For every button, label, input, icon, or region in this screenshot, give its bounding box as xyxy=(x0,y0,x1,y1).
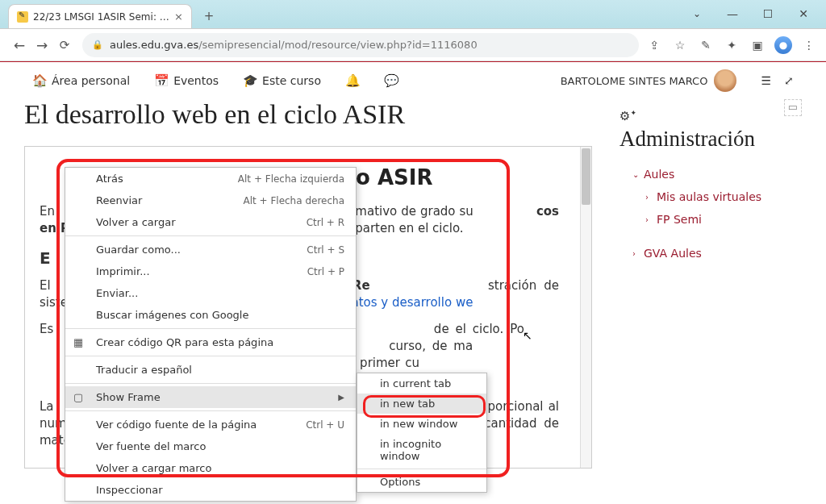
ctx-separator xyxy=(65,328,356,329)
window-titlebar: 22/23 LMSGI 1ASIR Semi: El desa × + ⌄ — … xyxy=(0,0,826,29)
panel-icon[interactable]: ▣ xyxy=(749,39,766,52)
ctx-separator xyxy=(65,235,356,236)
new-tab-button[interactable]: + xyxy=(198,6,219,27)
sub-new-tab[interactable]: in new tab xyxy=(357,394,486,414)
ctx-inspect[interactable]: Inspeccionar xyxy=(65,479,356,501)
sub-new-window[interactable]: in new window xyxy=(357,414,486,434)
url-input[interactable]: 🔒 aules.edu.gva.es/semipresencial/mod/re… xyxy=(82,33,639,57)
forward-button[interactable]: → xyxy=(31,34,53,56)
nav-label: Eventos xyxy=(173,74,219,87)
share-icon[interactable]: ⇪ xyxy=(645,39,663,52)
block-collapse-icon[interactable]: ▭ xyxy=(784,99,802,116)
nav-area-personal[interactable]: 🏠Área personal xyxy=(32,73,130,88)
ctx-reload[interactable]: Volver a cargarCtrl + R xyxy=(65,211,356,233)
sub-current-tab[interactable]: in current tab xyxy=(357,373,486,394)
address-bar: ← → ⟳ 🔒 aules.edu.gva.es/semipresencial/… xyxy=(0,29,826,61)
ctx-view-source[interactable]: Ver código fuente de la páginaCtrl + U xyxy=(65,414,356,435)
browser-tab[interactable]: 22/23 LMSGI 1ASIR Semi: El desa × xyxy=(8,4,192,28)
menu-icon[interactable]: ⋮ xyxy=(800,39,818,52)
tab-favicon xyxy=(17,11,28,23)
minimize-button[interactable]: — xyxy=(720,7,745,20)
bell-icon: 🔔 xyxy=(345,73,360,88)
dashboard-icon: 🏠 xyxy=(32,73,47,88)
nav-eventos[interactable]: 📅Eventos xyxy=(154,73,219,88)
ctx-forward[interactable]: ReenviarAlt + Flecha derecha xyxy=(65,190,356,211)
tree-mis-aulas[interactable]: ›Mis aulas virtuales xyxy=(620,185,799,208)
ctx-separator xyxy=(357,469,486,469)
bookmark-star-icon[interactable]: ☆ xyxy=(671,39,689,52)
ctx-translate[interactable]: Traducir a español xyxy=(65,359,356,381)
tree-gva-aules[interactable]: ›GVA Aules xyxy=(620,242,799,264)
chevron-down-icon[interactable]: ⌄ xyxy=(684,8,710,19)
frame-icon: ▢ xyxy=(73,391,83,403)
user-avatar[interactable] xyxy=(714,69,736,92)
tab-title: 22/23 LMSGI 1ASIR Semi: El desa xyxy=(33,11,169,23)
url-path: /semipresencial/mod/resource/view.php?id… xyxy=(198,39,478,51)
fullscreen-toggle-icon[interactable]: ⤢ xyxy=(784,74,794,87)
url-host: aules.edu.gva.es xyxy=(110,39,198,51)
course-icon: 🎓 xyxy=(243,73,257,88)
tab-close-button[interactable]: × xyxy=(174,10,183,23)
tree-aules[interactable]: ⌄Aules xyxy=(620,163,799,185)
ctx-search-images[interactable]: Buscar imágenes con Google xyxy=(65,304,356,326)
caret-right-icon: › xyxy=(632,249,639,258)
tree-fp-semi[interactable]: ›FP Semi xyxy=(620,208,799,231)
context-menu: AtrásAlt + Flecha izquierda ReenviarAlt … xyxy=(65,167,357,502)
edit-blocks-icon[interactable]: ☰ xyxy=(761,74,771,87)
ctx-separator xyxy=(65,410,356,411)
sidebar-title: Administración xyxy=(620,127,799,152)
ctx-back[interactable]: AtrásAlt + Flecha izquierda xyxy=(65,168,356,190)
qr-icon: ▦ xyxy=(73,336,83,348)
back-button[interactable]: ← xyxy=(8,34,31,56)
eyedropper-icon[interactable]: ✎ xyxy=(697,39,715,52)
profile-avatar-icon[interactable]: ● xyxy=(774,36,792,54)
address-icons: ⇪ ☆ ✎ ✦ ▣ ● ⋮ xyxy=(645,36,818,54)
user-name[interactable]: BARTOLOME SINTES MARCO xyxy=(561,75,708,87)
iframe-scrollbar[interactable] xyxy=(580,147,591,468)
nav-este-curso[interactable]: 🎓Este curso xyxy=(243,73,321,88)
ctx-view-frame-source[interactable]: Ver fuente del marco xyxy=(65,435,356,457)
caret-right-icon: › xyxy=(645,215,652,224)
ctx-create-qr[interactable]: ▦Crear código QR para esta página xyxy=(65,331,356,353)
sub-incognito[interactable]: in incognito window xyxy=(357,434,486,466)
context-submenu: in current tab in new tab in new window … xyxy=(357,373,487,493)
nav-label: Este curso xyxy=(262,74,321,87)
ctx-reload-frame[interactable]: Volver a cargar marco xyxy=(65,457,356,479)
moodle-navbar: 🏠Área personal 📅Eventos 🎓Este curso 🔔 💬 … xyxy=(0,62,826,99)
submenu-arrow-icon: ▶ xyxy=(338,393,344,402)
nav-label: Área personal xyxy=(52,74,130,87)
nav-notifications[interactable]: 🔔 xyxy=(345,73,360,88)
nav-messages[interactable]: 💬 xyxy=(384,73,398,88)
calendar-icon: 📅 xyxy=(154,73,169,88)
chat-icon: 💬 xyxy=(384,73,398,88)
close-button[interactable]: ✕ xyxy=(791,7,816,20)
window-controls: ⌄ — ☐ ✕ xyxy=(674,0,826,28)
caret-right-icon: › xyxy=(645,193,652,202)
ctx-send[interactable]: Enviar... xyxy=(65,282,356,304)
ctx-print[interactable]: Imprimir...Ctrl + P xyxy=(65,260,356,282)
ctx-separator xyxy=(65,356,356,356)
tab-strip: 22/23 LMSGI 1ASIR Semi: El desa × + xyxy=(0,1,674,28)
ctx-separator xyxy=(65,383,356,384)
extensions-icon[interactable]: ✦ xyxy=(723,39,740,52)
sidebar-block-admin: ▭ ⚙✦ Administración ⌄Aules ›Mis aulas vi… xyxy=(616,102,802,271)
ctx-show-frame[interactable]: ▢Show Frame▶ xyxy=(65,386,356,408)
caret-down-icon: ⌄ xyxy=(632,170,639,179)
gear-icon[interactable]: ⚙✦ xyxy=(620,109,799,123)
sidebar: ▭ ⚙✦ Administración ⌄Aules ›Mis aulas vi… xyxy=(616,99,802,504)
sub-options[interactable]: Options xyxy=(357,472,486,492)
page-title: El desarrollo web en el ciclo ASIR xyxy=(24,99,592,130)
maximize-button[interactable]: ☐ xyxy=(755,7,781,20)
lock-icon: 🔒 xyxy=(92,40,103,50)
reload-button[interactable]: ⟳ xyxy=(53,34,76,56)
ctx-save-as[interactable]: Guardar como...Ctrl + S xyxy=(65,239,356,260)
